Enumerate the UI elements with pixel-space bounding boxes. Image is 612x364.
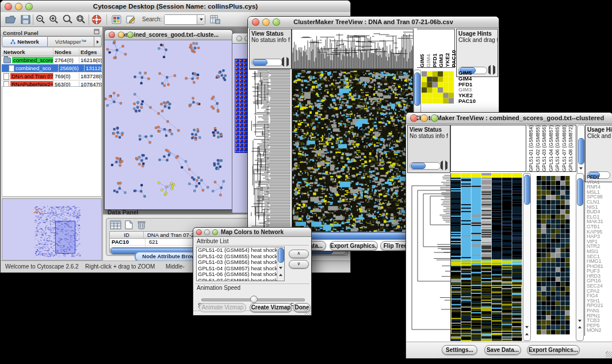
float-panel-icon[interactable] — [94, 29, 100, 35]
birdseye-overview[interactable] — [2, 198, 102, 260]
attribute-browser-icon[interactable] — [210, 14, 220, 24]
scroll-down-arrow[interactable] — [279, 269, 282, 279]
network-view-titlebar[interactable]: combined_scores_good.txt--cluste... — [105, 30, 232, 40]
open-session-icon[interactable] — [5, 15, 16, 24]
network-row[interactable]: DNA and Tran 07 769(0) 183728(0) — [2, 72, 102, 81]
scroll-right-arrow[interactable] — [445, 162, 447, 168]
zoom-window-button[interactable] — [127, 32, 133, 38]
zoom-window-button[interactable] — [25, 3, 33, 10]
array-column-label[interactable]: GPL51-03 (GSM856) — [542, 125, 548, 171]
array-column-label[interactable]: GIM5 — [419, 54, 425, 67]
minimize-button[interactable] — [15, 3, 22, 10]
resize-grip[interactable] — [606, 351, 612, 358]
tab-vizmapper[interactable]: VizMapper™ — [48, 36, 94, 47]
scroll-down-arrow[interactable] — [525, 328, 529, 339]
annotation-icon[interactable] — [126, 15, 136, 24]
zoom-window-button[interactable] — [273, 18, 280, 26]
treeview1-titlebar[interactable]: ClusterMaker TreeView : DNA and Tran 07-… — [248, 17, 499, 28]
tv2-column-dendrogram-area[interactable] — [450, 125, 526, 172]
minimize-button[interactable] — [204, 229, 210, 235]
scrollbar-thumb[interactable] — [414, 72, 420, 106]
close-button[interactable] — [252, 18, 259, 26]
tv1-row-dendrogram[interactable] — [249, 69, 290, 232]
tab-overflow-button[interactable] — [94, 36, 102, 47]
tv2-row-dendrogram[interactable] — [407, 173, 450, 341]
zoom-window-button[interactable] — [431, 114, 438, 122]
move-down-button[interactable]: ∨ — [289, 260, 309, 269]
gene-row-label[interactable]: PAC10 — [458, 98, 496, 104]
scrollbar-thumb[interactable] — [578, 138, 584, 164]
col-id[interactable]: ID — [110, 232, 144, 238]
array-column-label[interactable]: GPL51-04 (GSM857) — [549, 125, 554, 171]
move-up-button[interactable]: ∧ — [289, 250, 309, 258]
minimize-button[interactable] — [262, 18, 270, 26]
zoom-out-icon[interactable] — [36, 14, 46, 25]
new-attribute-icon[interactable] — [125, 220, 133, 229]
close-button[interactable] — [236, 36, 242, 41]
resize-grip[interactable] — [304, 308, 311, 315]
array-column-label[interactable]: PFD1 — [432, 53, 438, 67]
tab-network[interactable]: Network — [2, 36, 48, 47]
tv2-heatmap[interactable] — [450, 173, 522, 341]
tv2-zoom-heatmap[interactable] — [537, 176, 570, 335]
search-dropdown-button[interactable] — [197, 15, 205, 24]
array-column-label[interactable]: GPL51-07 (GSM868) — [562, 125, 568, 171]
array-column-label[interactable]: GPL51-01 (GSM854) — [529, 125, 534, 171]
listbox-scrollbar[interactable] — [277, 247, 284, 281]
scrollbar-thumb[interactable] — [278, 248, 284, 263]
tv1-export-graphics-button[interactable]: Export Graphics... — [330, 241, 378, 251]
dialog-titlebar[interactable]: Map Colors to Network — [193, 228, 311, 237]
create-vizmap-button[interactable]: Create Vizmap — [250, 303, 292, 312]
zoom-fit-icon[interactable] — [76, 14, 86, 25]
array-column-label[interactable]: GIM4 — [426, 54, 431, 67]
network-row[interactable]: combined_scores 2764(0) 16218(0) — [2, 56, 102, 64]
scrollbar-thumb[interactable] — [253, 59, 267, 66]
tv2-vscrollbar[interactable] — [523, 173, 531, 341]
network-graph-canvas[interactable] — [105, 40, 231, 209]
table-grid-icon[interactable] — [110, 220, 121, 229]
tv2-export-graphics-button[interactable]: Export Graphics... — [527, 345, 580, 355]
tv2-save-data-button[interactable]: Save Data... — [484, 345, 521, 355]
treeview2-titlebar[interactable]: ClusterMaker TreeView : combined_scores_… — [406, 113, 612, 124]
tv2-right-vscrollbar[interactable] — [576, 173, 584, 341]
attribute-list-item[interactable]: GPL51-01 (GSM854) heat shock 05 min — [197, 247, 277, 254]
array-column-label[interactable]: GIM3 — [438, 54, 444, 67]
array-column-label[interactable]: GPL51-08 (GSM872) — [568, 125, 574, 171]
tv1-correlation-matrix[interactable] — [422, 71, 454, 104]
array-column-label[interactable]: YKE2 — [445, 53, 450, 67]
zoom-selected-icon[interactable] — [62, 14, 74, 25]
main-titlebar[interactable]: Cytoscape Desktop (Session Name: collins… — [1, 1, 350, 13]
network-table-header[interactable]: Network Nodes Edges — [2, 48, 102, 56]
scrollbar-thumb[interactable] — [577, 178, 583, 206]
zoom-window-button[interactable] — [212, 229, 218, 235]
search-input[interactable] — [165, 15, 197, 24]
close-button[interactable] — [5, 3, 12, 10]
minimize-button[interactable] — [118, 32, 124, 38]
gene-label[interactable]: MON2 — [587, 328, 612, 333]
tv2-settings-button[interactable]: Settings... — [442, 345, 477, 355]
attribute-list-item[interactable]: GPL51-03 (GSM856) heat shock 15 min — [197, 259, 277, 266]
save-session-icon[interactable] — [21, 15, 30, 24]
scroll-right-arrow[interactable] — [286, 59, 289, 65]
network-row-selected[interactable]: combined_sco 2569(6) 13112(15) — [2, 64, 102, 72]
zoom-in-icon[interactable] — [49, 14, 59, 25]
animate-vizmap-button[interactable]: Animate Vizmap — [199, 303, 246, 312]
attribute-list-item[interactable]: GPL51-06 (GSM865) heat shock 40 min — [197, 271, 277, 278]
minimize-button[interactable] — [420, 114, 428, 122]
scroll-down-arrow[interactable] — [578, 322, 582, 332]
help-lifering-icon[interactable] — [91, 14, 102, 25]
vizmapper-icon[interactable] — [112, 15, 121, 24]
scrollbar-thumb[interactable] — [524, 175, 530, 205]
array-column-label[interactable]: GPL51-02 (GSM855) — [536, 125, 541, 171]
delete-attribute-trash-icon[interactable] — [137, 220, 146, 229]
close-button[interactable] — [109, 32, 115, 38]
array-column-label[interactable]: GPL51-06 (GSM865) — [555, 125, 561, 171]
scroll-left-arrow[interactable] — [441, 162, 443, 168]
attribute-listbox[interactable]: GPL51-01 (GSM854) heat shock 05 minGPL51… — [196, 247, 285, 281]
close-button[interactable] — [196, 229, 202, 235]
scrollbar-thumb[interactable] — [411, 163, 426, 169]
tv1-column-dendrogram[interactable] — [292, 29, 414, 69]
attribute-list-item[interactable]: GPL51-07 (GSM868) heat shock 60 min — [197, 278, 277, 282]
close-button[interactable] — [410, 114, 418, 122]
scroll-left-arrow[interactable] — [282, 59, 284, 65]
